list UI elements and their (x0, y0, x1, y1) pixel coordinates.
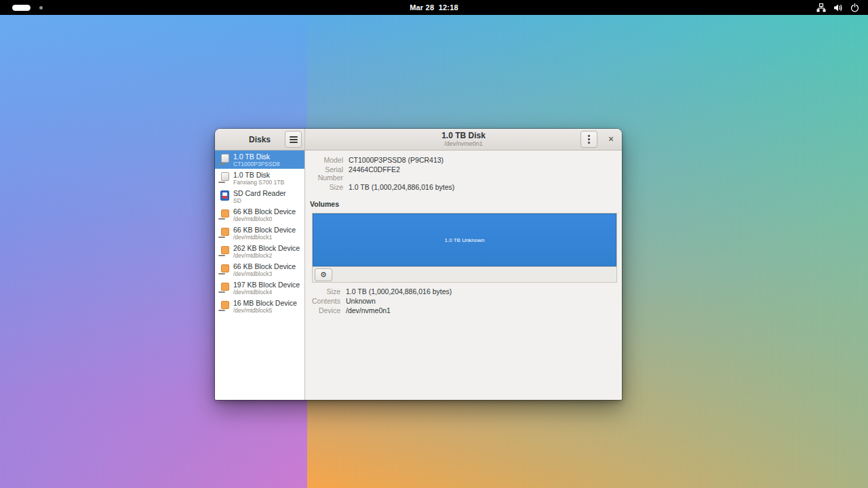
block-device-icon (218, 227, 230, 239)
hard-drive-icon (218, 172, 230, 184)
detail-value: /dev/nvme0n1 (346, 306, 616, 314)
device-title: 16 MB Block Device (233, 299, 297, 307)
detail-label: Size (308, 183, 343, 191)
titlebar[interactable]: Disks 1.0 TB Disk /dev/nvme0n1 × (215, 129, 622, 150)
volume-icon (833, 3, 843, 12)
volume-toolbar: ⚙ (313, 266, 616, 282)
window-body: 1.0 TB DiskCT1000P3PSSD8 1.0 TB DiskFanx… (215, 150, 622, 400)
drive-details: Model CT1000P3PSSD8 (P9CR413) Serial Num… (308, 156, 616, 191)
gnome-top-bar: Mar 28 12:18 (0, 0, 868, 15)
device-subtitle: /dev/mtdblock4 (233, 289, 300, 296)
detail-value: CT1000P3PSSD8 (P9CR413) (349, 156, 616, 164)
detail-label: Serial Number (308, 165, 343, 182)
volumes-heading: Volumes (310, 200, 616, 208)
device-subtitle: Fanxiang S700 1TB (233, 179, 284, 186)
volume-segment[interactable]: 1.0 TB Unknown (313, 214, 616, 266)
sidebar-item-mtdblock4[interactable]: 197 KB Block Device/dev/mtdblock4 (215, 279, 304, 297)
volumes-widget: 1.0 TB Unknown ⚙ (312, 213, 617, 283)
device-subtitle: CT1000P3PSSD8 (233, 161, 280, 167)
block-device-icon (218, 300, 230, 312)
device-title: 66 KB Block Device (233, 226, 296, 234)
block-device-icon (218, 264, 230, 275)
device-subtitle: /dev/mtdblock1 (233, 234, 296, 241)
device-title: 1.0 TB Disk (233, 152, 280, 161)
device-subtitle: /dev/mtdblock2 (233, 252, 300, 259)
device-subtitle: /dev/mtdblock5 (233, 307, 297, 314)
device-title: SD Card Reader (233, 189, 286, 197)
close-button[interactable]: × (603, 131, 619, 148)
device-title: 262 KB Block Device (233, 244, 300, 252)
detail-label: Size (308, 287, 340, 296)
sd-card-icon (218, 190, 230, 202)
device-title: 1.0 TB Disk (233, 171, 284, 179)
titlebar-sidebar-section: Disks (215, 129, 305, 150)
kebab-menu-icon (588, 135, 590, 144)
window-title: 1.0 TB Disk (441, 131, 486, 140)
device-title: 66 KB Block Device (233, 262, 296, 270)
window-subtitle: /dev/nvme0n1 (444, 140, 483, 147)
disks-window: Disks 1.0 TB Disk /dev/nvme0n1 × 1.0 TB … (215, 129, 622, 400)
block-device-icon (218, 209, 230, 220)
block-device-icon (218, 245, 230, 257)
power-icon (850, 3, 859, 12)
device-subtitle: /dev/mtdblock0 (233, 216, 296, 222)
sidebar-item-mtdblock5[interactable]: 16 MB Block Device/dev/mtdblock5 (215, 297, 304, 315)
sidebar-item-sata-disk[interactable]: 1.0 TB DiskFanxiang S700 1TB (215, 169, 304, 187)
detail-value: 24464C0DFFE2 (349, 165, 616, 182)
clock[interactable]: Mar 28 12:18 (410, 3, 458, 12)
device-subtitle: SD (233, 197, 286, 204)
volume-options-button[interactable]: ⚙ (315, 268, 332, 281)
hard-drive-icon (218, 154, 230, 165)
sidebar-item-mtdblock1[interactable]: 66 KB Block Device/dev/mtdblock1 (215, 224, 304, 242)
detail-label: Device (308, 306, 340, 314)
device-subtitle: /dev/mtdblock3 (233, 270, 296, 277)
device-sidebar: 1.0 TB DiskCT1000P3PSSD8 1.0 TB DiskFanx… (215, 150, 305, 400)
gear-icon: ⚙ (320, 271, 327, 279)
app-menu-button[interactable] (285, 131, 302, 148)
device-title: 197 KB Block Device (233, 281, 300, 289)
drive-menu-button[interactable] (580, 131, 597, 148)
titlebar-main-section: 1.0 TB Disk /dev/nvme0n1 × (305, 129, 622, 150)
volume-details: Size 1.0 TB (1,000,204,886,016 bytes) Co… (308, 287, 616, 314)
active-workspace-pill (12, 5, 31, 11)
detail-value: Unknown (346, 297, 616, 305)
detail-label: Model (308, 156, 343, 164)
hamburger-icon (290, 136, 298, 143)
sidebar-item-mtdblock3[interactable]: 66 KB Block Device/dev/mtdblock3 (215, 260, 304, 279)
detail-label: Contents (308, 297, 340, 305)
workspace-indicator[interactable] (12, 5, 43, 11)
detail-value: 1.0 TB (1,000,204,886,016 bytes) (349, 183, 616, 191)
block-device-icon (218, 282, 230, 293)
device-title: 66 KB Block Device (233, 207, 296, 216)
sidebar-item-mtdblock0[interactable]: 66 KB Block Device/dev/mtdblock0 (215, 205, 304, 224)
sidebar-item-nvme-disk[interactable]: 1.0 TB DiskCT1000P3PSSD8 (215, 150, 304, 169)
sidebar-item-mtdblock2[interactable]: 262 KB Block Device/dev/mtdblock2 (215, 242, 304, 260)
disk-detail-panel: Model CT1000P3PSSD8 (P9CR413) Serial Num… (305, 150, 622, 400)
sidebar-item-sd-card-reader[interactable]: SD Card ReaderSD (215, 187, 304, 205)
workspace-dot (39, 6, 43, 9)
volume-segment-label: 1.0 TB Unknown (445, 237, 485, 243)
app-title: Disks (249, 135, 271, 144)
detail-value: 1.0 TB (1,000,204,886,016 bytes) (346, 287, 616, 296)
network-wired-icon (816, 3, 826, 12)
system-status-area[interactable] (816, 3, 859, 12)
